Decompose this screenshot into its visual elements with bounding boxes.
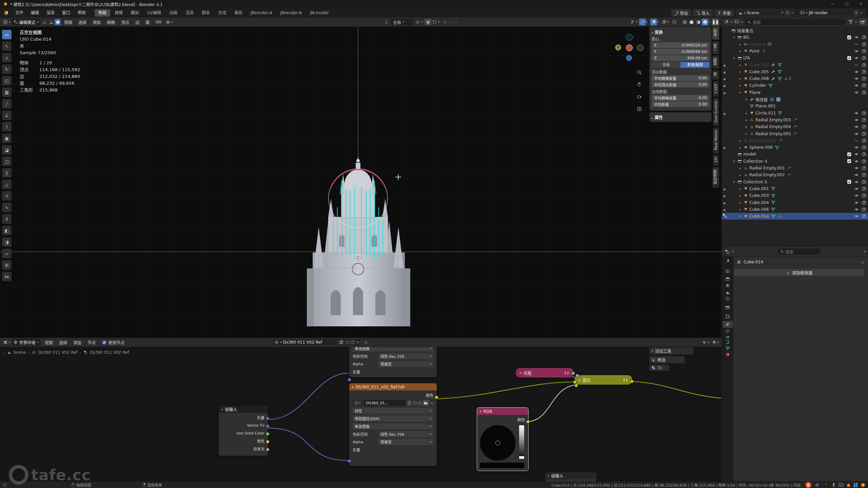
outliner-row-Point[interactable]: ▸Point xyxy=(722,48,868,55)
tool-button-16[interactable]: ⇕ xyxy=(2,214,12,224)
outliner-type-icon[interactable] xyxy=(724,20,729,24)
color-wheel-cursor[interactable] xyxy=(495,441,500,445)
disable-render-toggle[interactable] xyxy=(862,118,866,122)
outliner-row-Radial Empty.005[interactable]: ▸Radial Empty.005 xyxy=(722,130,868,137)
node-header[interactable]: ▾RGB xyxy=(477,408,528,415)
firefox-icon[interactable] xyxy=(861,483,865,487)
transform-panel-header[interactable]: ▾ 变换 xyxy=(652,29,709,35)
hide-viewport-toggle[interactable] xyxy=(854,111,859,116)
npanel-tab-视图[interactable]: 视图 xyxy=(712,56,719,69)
vector-input-socket[interactable] xyxy=(348,378,351,382)
hide-viewport-toggle[interactable] xyxy=(854,35,859,40)
hide-viewport-toggle[interactable] xyxy=(854,76,859,81)
properties-tab-render[interactable] xyxy=(723,268,733,274)
import-button[interactable]: ⤵导入 xyxy=(693,9,713,17)
color-output-socket[interactable] xyxy=(435,395,438,399)
disable-render-toggle[interactable] xyxy=(862,35,866,40)
global-button[interactable]: 全局 xyxy=(652,62,680,68)
face-select-mode[interactable] xyxy=(55,19,61,25)
expand-arrow[interactable]: ▸ xyxy=(746,111,750,115)
color-swatch[interactable] xyxy=(480,463,524,468)
expand-arrow[interactable]: ▸ xyxy=(739,49,744,53)
npanel-tab-即时清理[interactable]: 即时清理 xyxy=(712,167,719,188)
hide-viewport-toggle[interactable] xyxy=(854,207,859,212)
node-menu-视图[interactable]: 视图 xyxy=(42,340,56,345)
environment-texture-node-2[interactable]: 单张图像▾ 色彩空间线性 Rec.709▾ Alpha预乘型▾ 矢量 xyxy=(349,344,437,377)
tool-button-18[interactable]: ◨ xyxy=(2,237,12,247)
npanel-tab-LH[interactable]: LH xyxy=(713,155,719,165)
properties-type-icon[interactable] xyxy=(725,249,730,254)
shading-wireframe-icon[interactable] xyxy=(681,19,688,25)
environment-texture-node[interactable]: ▾DS360_011_v02_Ref.hdr 颜色 ▾ DS360_01... … xyxy=(349,383,437,466)
outliner-row-Camera[interactable]: ▸Camera xyxy=(722,41,868,48)
outliner-row-Radial Empty.004[interactable]: ▸Radial Empty.004 xyxy=(722,123,868,130)
unlink-scene-icon[interactable]: × xyxy=(791,11,794,15)
image-browse-icon[interactable]: ▾ xyxy=(353,400,363,406)
disable-render-toggle[interactable] xyxy=(862,180,866,184)
median-field-X[interactable]: X-0.000224 cm xyxy=(652,42,709,48)
outliner-row-Sphere.006[interactable]: ●▸Sphere.006 xyxy=(722,144,868,151)
mode-dropdown[interactable]: 编辑模式 ▾ xyxy=(12,19,41,25)
pan-tool-icon[interactable] xyxy=(635,81,643,88)
properties-search-input[interactable]: 搜索 xyxy=(777,248,821,255)
outliner-row-修改器[interactable]: ▸修改器 xyxy=(722,96,868,103)
outliner-row-Radial Empty.002[interactable]: ▸Radial Empty.002 xyxy=(722,171,868,178)
properties-tab-collection[interactable] xyxy=(723,304,733,311)
output-socket-矢量[interactable] xyxy=(266,416,270,420)
tool-button-14[interactable]: ↺ xyxy=(2,191,12,201)
node-menu-节点[interactable]: 节点 xyxy=(84,340,99,345)
manual-button[interactable]: ⇩手册 xyxy=(715,9,734,17)
outliner-row-Cube.005[interactable]: ●▸Cube.005 xyxy=(722,68,868,75)
tool-button-15[interactable]: ∿ xyxy=(2,203,12,212)
output-socket-Vector Fx[interactable] xyxy=(266,424,270,428)
workspace-tab-建模[interactable]: 建模 xyxy=(111,9,126,17)
hide-viewport-toggle[interactable] xyxy=(854,90,859,95)
disable-render-toggle[interactable] xyxy=(862,166,866,170)
ortho-toggle-icon[interactable] xyxy=(635,105,643,113)
pivot-point-icon[interactable] xyxy=(414,19,421,25)
npanel-tab-盒[interactable]: 盒 xyxy=(712,70,719,80)
pin-node-tree-icon[interactable] xyxy=(364,340,368,345)
hide-viewport-toggle[interactable] xyxy=(854,138,859,143)
hide-viewport-toggle[interactable] xyxy=(854,166,859,170)
xray-toggle-icon[interactable] xyxy=(661,19,668,25)
properties-tab-data[interactable] xyxy=(723,345,733,352)
viewport-menu-视图[interactable]: 视图 xyxy=(61,19,75,25)
collection-checkbox[interactable] xyxy=(847,180,851,184)
result-output-socket[interactable] xyxy=(630,380,634,383)
output-socket-Use Solid Color[interactable] xyxy=(266,432,270,436)
expand-arrow[interactable]: ▸ xyxy=(739,173,744,177)
outliner-search-input[interactable]: 搜索 xyxy=(745,19,846,25)
collection-checkbox[interactable] xyxy=(847,159,851,163)
hide-viewport-toggle[interactable] xyxy=(854,124,859,129)
fake-user-shield-icon[interactable] xyxy=(346,341,349,344)
expand-arrow[interactable]: ▸ xyxy=(746,132,750,136)
hide-viewport-toggle[interactable] xyxy=(854,63,859,67)
expand-arrow[interactable]: ▸ xyxy=(739,194,744,197)
fake-user-shield-icon[interactable] xyxy=(413,401,417,405)
hide-viewport-toggle[interactable] xyxy=(854,42,859,47)
minimize-button[interactable]: ─ xyxy=(825,0,840,8)
light-path-node[interactable]: ▸光程 ❚❚ xyxy=(516,368,573,378)
outliner-row-Radial Empty.001[interactable]: ▸Radial Empty.001 xyxy=(722,165,868,171)
item-properties-panel[interactable]: ▸ 属性 xyxy=(650,113,711,122)
disable-render-toggle[interactable] xyxy=(862,193,866,198)
remove-layer-icon[interactable]: × xyxy=(860,11,863,15)
image-user-count[interactable]: 2 xyxy=(407,400,412,406)
hide-viewport-toggle[interactable] xyxy=(854,131,859,136)
ime-chinese-icon[interactable]: 中 xyxy=(814,482,820,488)
viewport-menu-添加[interactable]: 添加 xyxy=(90,19,104,25)
soft-keyboard-icon[interactable] xyxy=(839,483,844,487)
hide-viewport-toggle[interactable] xyxy=(854,159,859,164)
navigation-gizmo[interactable]: Y xyxy=(614,34,644,64)
copy-image-icon[interactable] xyxy=(418,401,421,405)
disable-render-toggle[interactable] xyxy=(862,152,866,157)
group-input-node-2[interactable]: ▾组输入 xyxy=(545,472,597,482)
viewport-menu-顶点[interactable]: 顶点 xyxy=(118,19,132,25)
output-socket-原色[interactable] xyxy=(266,440,270,444)
disable-render-toggle[interactable] xyxy=(862,145,866,150)
node-snap-magnet-icon[interactable] xyxy=(701,339,708,346)
editor-type-icon[interactable] xyxy=(2,19,9,25)
world-datablock-selector[interactable]: ▾ Ds360 011 V02 Ref 2 × xyxy=(273,339,361,346)
npanel-tab-Geo-Scatter[interactable]: Geo-Scatter xyxy=(713,98,719,126)
